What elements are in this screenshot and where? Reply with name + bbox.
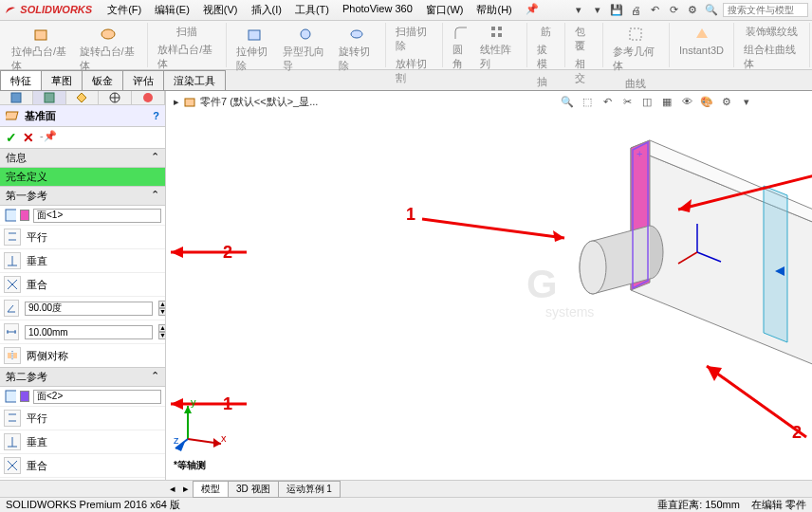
draft-button[interactable]: 拔模 bbox=[533, 41, 559, 73]
push-pin-icon[interactable]: -📌 bbox=[40, 130, 57, 145]
perpendicular-icon[interactable] bbox=[4, 252, 21, 269]
cut-revolve-button[interactable]: 旋转切除 bbox=[335, 23, 379, 75]
ok-button[interactable]: ✓ bbox=[6, 130, 17, 145]
svg-rect-9 bbox=[630, 28, 641, 40]
menu-tools[interactable]: 工具(T) bbox=[289, 1, 335, 19]
ref1-face-input[interactable] bbox=[33, 209, 161, 223]
menu-insert[interactable]: 插入(I) bbox=[246, 1, 287, 19]
view-triad[interactable]: y x z bbox=[174, 396, 231, 453]
distance-spinner[interactable]: ▲▼ bbox=[158, 324, 166, 339]
symmetric-icon[interactable] bbox=[4, 347, 21, 364]
new-icon[interactable]: ▾ bbox=[571, 3, 586, 18]
sweep-button[interactable]: 扫描 bbox=[173, 23, 201, 41]
tab-nav-left-icon[interactable]: ◂ bbox=[166, 483, 179, 495]
angle-icon[interactable] bbox=[4, 300, 19, 317]
menu-file[interactable]: 文件(F) bbox=[102, 1, 147, 19]
tab-nav-right-icon[interactable]: ▸ bbox=[179, 483, 193, 495]
status-distance: 垂直距离: 150mm bbox=[657, 498, 740, 512]
menu-help[interactable]: 帮助(H) bbox=[471, 1, 517, 19]
distance-icon[interactable] bbox=[4, 323, 19, 340]
menu-edit[interactable]: 编辑(E) bbox=[149, 1, 195, 19]
info-section[interactable]: 信息⌃ bbox=[0, 148, 165, 168]
cut-sweep-button[interactable]: 扫描切除 bbox=[392, 23, 436, 55]
viewport-3d[interactable]: ▸ 零件7 (默认<<默认>_显... 🔍 ⬚ ↶ ✂ ◫ ▦ 👁 🎨 ⚙ ▾ bbox=[166, 91, 812, 480]
svg-rect-2 bbox=[249, 30, 260, 40]
angle-input[interactable] bbox=[25, 302, 153, 316]
distance-input[interactable] bbox=[25, 325, 153, 339]
zoom-fit-icon[interactable]: 🔍 bbox=[559, 93, 576, 110]
hole-wizard-button[interactable]: 异型孔向导 bbox=[279, 23, 333, 75]
tab-evaluate[interactable]: 评估 bbox=[122, 70, 164, 90]
svg-marker-55 bbox=[171, 247, 183, 258]
cut-loft-button[interactable]: 放样切割 bbox=[392, 55, 436, 87]
model-3d-render[interactable]: + bbox=[365, 129, 812, 451]
menu-view[interactable]: 视图(V) bbox=[197, 1, 244, 19]
instant3d-button[interactable]: Instant3D bbox=[675, 23, 728, 58]
tab-model[interactable]: 模型 bbox=[193, 481, 229, 498]
first-reference-section[interactable]: 第一参考⌃ bbox=[0, 186, 165, 206]
perpendicular-label-2: 垂直 bbox=[27, 435, 47, 449]
appearance-icon[interactable]: 🎨 bbox=[698, 93, 715, 110]
dimxpert-icon[interactable] bbox=[99, 91, 132, 104]
property-mgr-icon[interactable] bbox=[33, 91, 66, 104]
pattern-button[interactable]: 线性阵列 bbox=[476, 23, 521, 73]
svg-text:x: x bbox=[221, 432, 227, 444]
expand-icon[interactable]: ▸ bbox=[174, 96, 179, 108]
menu-photoview[interactable]: PhotoView 360 bbox=[337, 1, 418, 19]
display-style-icon[interactable]: ▦ bbox=[658, 93, 675, 110]
tab-sheetmetal[interactable]: 钣金 bbox=[82, 70, 123, 90]
tab-motion[interactable]: 运动算例 1 bbox=[278, 481, 341, 498]
rebuild-icon[interactable]: ⟳ bbox=[666, 3, 681, 18]
ref2-face-input[interactable] bbox=[33, 390, 161, 404]
cut-extrude-button[interactable]: 拉伸切除 bbox=[232, 23, 277, 75]
config-mgr-icon[interactable] bbox=[66, 91, 100, 104]
print-icon[interactable]: 🖨 bbox=[628, 3, 643, 18]
intersect-button[interactable]: 相交 bbox=[571, 55, 597, 87]
tab-render[interactable]: 渲染工具 bbox=[163, 70, 226, 90]
thread-button[interactable]: 装饰螺纹线 bbox=[742, 23, 802, 41]
cancel-button[interactable]: ✕ bbox=[23, 130, 34, 145]
open-icon[interactable]: ▾ bbox=[590, 3, 605, 18]
revolve-boss-button[interactable]: 旋转凸台/基体 bbox=[76, 23, 142, 75]
face-select-icon[interactable] bbox=[4, 208, 16, 223]
breadcrumb[interactable]: ▸ 零件7 (默认<<默认>_显... bbox=[174, 95, 318, 109]
zoom-area-icon[interactable]: ⬚ bbox=[579, 93, 596, 110]
section-view-icon[interactable]: ✂ bbox=[618, 93, 636, 110]
second-reference-section[interactable]: 第二参考⌃ bbox=[0, 367, 165, 387]
menu-pin-icon[interactable]: 📌 bbox=[520, 1, 544, 19]
parallel-icon[interactable] bbox=[4, 229, 21, 246]
ref-geometry-button[interactable]: 参考几何体 bbox=[609, 23, 663, 75]
save-icon[interactable]: 💾 bbox=[609, 3, 624, 18]
menu-window[interactable]: 窗口(W) bbox=[420, 1, 470, 19]
search-input[interactable] bbox=[723, 3, 808, 17]
parallel-icon-2[interactable] bbox=[4, 410, 21, 427]
view-settings-icon[interactable]: ▾ bbox=[738, 93, 755, 110]
breadcrumb-part[interactable]: 零件7 (默认<<默认>_显... bbox=[200, 95, 318, 109]
arrow-2a bbox=[166, 238, 251, 266]
tab-features[interactable]: 特征 bbox=[0, 70, 42, 90]
search-icon[interactable]: 🔍 bbox=[704, 3, 719, 18]
coincident-icon-2[interactable] bbox=[4, 457, 21, 474]
loft-button[interactable]: 放样凸台/基体 bbox=[154, 41, 220, 73]
display-mgr-icon[interactable] bbox=[132, 91, 165, 104]
view-orientation-icon[interactable]: ◫ bbox=[638, 93, 655, 110]
tab-3dview[interactable]: 3D 视图 bbox=[228, 481, 279, 498]
tab-sketch[interactable]: 草图 bbox=[41, 70, 83, 90]
wrap-button[interactable]: 包覆 bbox=[571, 23, 597, 55]
hide-show-icon[interactable]: 👁 bbox=[678, 93, 695, 110]
angle-spinner[interactable]: ▲▼ bbox=[158, 301, 166, 316]
coincident-icon[interactable] bbox=[4, 276, 21, 293]
feature-tree-icon[interactable] bbox=[0, 91, 33, 104]
help-icon[interactable]: ? bbox=[153, 110, 159, 121]
undo-icon[interactable]: ↶ bbox=[647, 3, 662, 18]
extrude-boss-button[interactable]: 拉伸凸台/基体 bbox=[8, 23, 74, 75]
prev-view-icon[interactable]: ↶ bbox=[599, 93, 616, 110]
perpendicular-icon-2[interactable] bbox=[4, 433, 21, 450]
fillet-button[interactable]: 圆角 bbox=[449, 23, 474, 73]
rib-button[interactable]: 筋 bbox=[537, 23, 555, 41]
options-icon[interactable]: ⚙ bbox=[685, 3, 700, 18]
scene-icon[interactable]: ⚙ bbox=[718, 93, 735, 110]
face-select-icon-2[interactable] bbox=[4, 389, 16, 404]
combine-button[interactable]: 组合柱曲线体 bbox=[740, 41, 803, 73]
svg-rect-6 bbox=[498, 27, 502, 30]
